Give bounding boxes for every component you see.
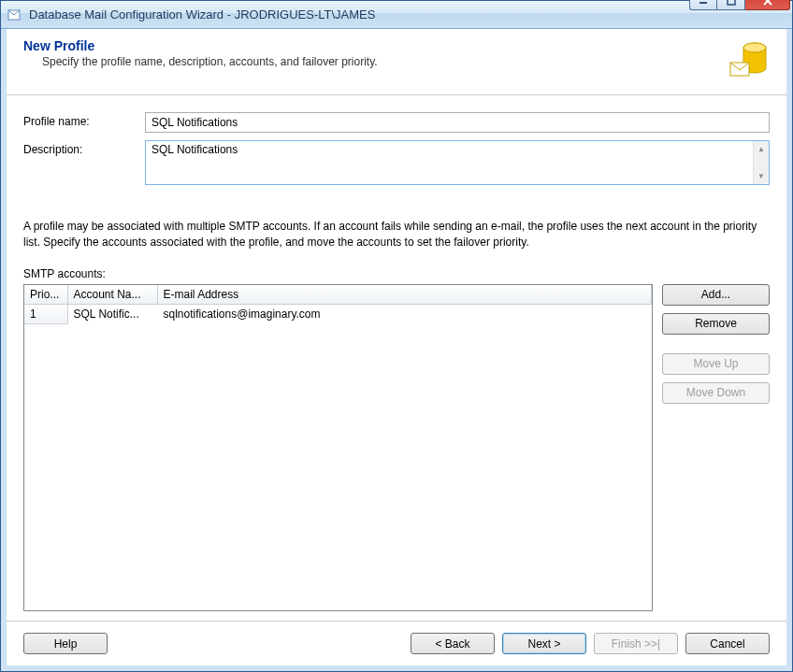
cell-priority[interactable]: 1	[24, 304, 67, 323]
description-label: Description:	[23, 140, 145, 156]
smtp-area: Prio... Account Na... E-mail Address 1SQ…	[23, 284, 770, 611]
cell-account[interactable]: SQL Notific...	[67, 304, 157, 323]
close-button[interactable]	[745, 0, 790, 10]
wizard-header: New Profile Specify the profile name, de…	[7, 29, 786, 95]
description-scrollbar[interactable]: ▲ ▼	[753, 141, 769, 184]
move-up-button[interactable]: Move Up	[662, 353, 770, 375]
remove-button[interactable]: Remove	[662, 313, 770, 335]
wizard-footer: Help < Back Next > Finish >>| Cancel	[7, 621, 786, 665]
content-area: New Profile Specify the profile name, de…	[1, 29, 792, 671]
help-button[interactable]: Help	[23, 633, 108, 654]
explanation-text: A profile may be associated with multipl…	[23, 219, 770, 250]
table-row[interactable]: 1SQL Notific...sqlnotifications@imaginar…	[24, 304, 652, 323]
smtp-accounts-label: SMTP accounts:	[23, 267, 770, 280]
titlebar[interactable]: Database Mail Configuration Wizard - JRO…	[1, 1, 792, 29]
description-wrap: ▲ ▼	[145, 140, 770, 185]
wizard-window: Database Mail Configuration Wizard - JRO…	[0, 0, 793, 672]
grid-header-row: Prio... Account Na... E-mail Address	[24, 285, 652, 305]
scroll-down-icon[interactable]: ▼	[754, 168, 769, 184]
svg-point-6	[743, 43, 766, 52]
page-title: New Profile	[23, 38, 378, 53]
profile-name-label: Profile name:	[23, 112, 145, 128]
col-account[interactable]: Account Na...	[67, 285, 157, 305]
window-controls	[689, 0, 790, 10]
minimize-button[interactable]	[689, 0, 717, 10]
next-button[interactable]: Next >	[502, 633, 586, 654]
cell-email[interactable]: sqlnotifications@imaginary.com	[157, 304, 652, 323]
col-priority[interactable]: Prio...	[24, 285, 67, 305]
scroll-up-icon[interactable]: ▲	[754, 141, 769, 157]
database-icon	[727, 38, 770, 81]
page-subtitle: Specify the profile name, description, a…	[42, 55, 378, 68]
add-button[interactable]: Add...	[662, 284, 770, 306]
window-title: Database Mail Configuration Wizard - JRO…	[27, 7, 689, 21]
profile-name-input[interactable]	[145, 112, 770, 133]
description-row: Description: ▲ ▼	[23, 140, 770, 185]
smtp-grid[interactable]: Prio... Account Na... E-mail Address 1SQ…	[23, 284, 653, 611]
app-icon	[7, 7, 22, 22]
cancel-button[interactable]: Cancel	[685, 633, 770, 654]
maximize-button[interactable]	[717, 0, 745, 10]
finish-button[interactable]: Finish >>|	[594, 633, 678, 654]
description-input[interactable]	[146, 141, 753, 184]
wizard-body: Profile name: Description: ▲ ▼ A profile…	[7, 95, 786, 621]
move-down-button[interactable]: Move Down	[662, 382, 770, 404]
svg-rect-2	[728, 0, 735, 5]
col-email[interactable]: E-mail Address	[157, 285, 652, 305]
profile-name-row: Profile name:	[23, 112, 770, 133]
back-button[interactable]: < Back	[411, 633, 495, 654]
smtp-side-buttons: Add... Remove Move Up Move Down	[662, 284, 770, 611]
